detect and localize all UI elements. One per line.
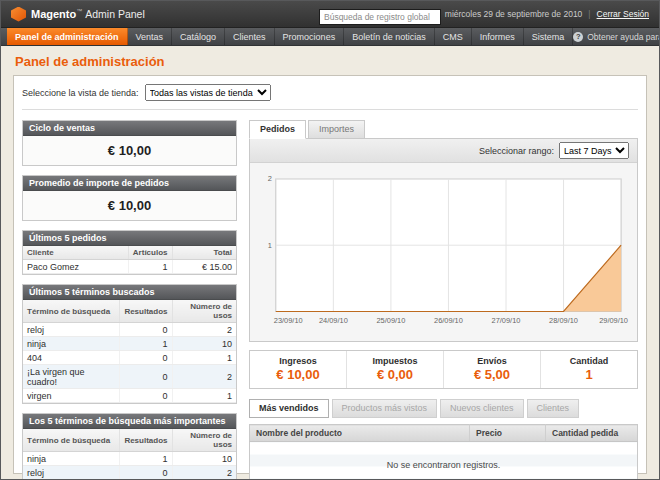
global-search-input[interactable] [319,9,441,25]
top-header: Magento™Admin Panel Accedió como aparo |… [1,1,659,28]
table-header-cell: Nombre del producto [250,425,470,442]
table-cell: 2 [172,365,236,389]
totals-bar: Ingresos € 10,00 Impuestos € 0,00 Envíos… [249,350,638,389]
total-cantidad: Cantidad 1 [540,351,637,388]
average-orders-panel: Promedio de importe de pedidos € 10,00 [22,175,237,221]
table-row[interactable]: reloj02 [23,323,236,337]
svg-text:1: 1 [268,241,272,250]
nav-item-catalogo[interactable]: Catálogo [172,28,225,45]
table-cell: Paco Gomez [23,260,128,274]
table-cell: reloj [23,323,120,337]
panel-title: Ciclo de ventas [23,121,236,136]
tab-productos-mas-vistos[interactable]: Productos más vistos [332,399,438,418]
total-value: € 0,00 [349,367,441,382]
admin-panel-label: Admin Panel [85,8,145,20]
table-row[interactable]: Paco Gomez1€ 15.00 [23,260,236,274]
table-cell: € 15.00 [172,260,236,274]
magento-logo-text: Magento™Admin Panel [31,8,145,20]
nav-item-clientes[interactable]: Clientes [225,28,275,45]
current-date: miércoles 29 de septiembre de 2010 [445,9,583,19]
tab-nuevos-clientes[interactable]: Nuevos clientes [440,399,524,418]
magento-admin-window: Magento™Admin Panel Accedió como aparo |… [0,0,660,480]
top-search-terms-panel: Los 5 términos de búsqueda más important… [22,413,237,480]
empty-row: No se encontraron registros. [250,442,638,480]
total-ingresos: Ingresos € 10,00 [250,351,346,388]
store-view-switcher: Seleccione la vista de tienda: Todas las… [22,84,638,110]
table-cell: ¡La virgen que cuadro! [23,365,120,389]
table-cell: 1 [172,351,236,365]
table-cell: 1 [120,452,172,466]
tab-importes[interactable]: Importes [308,120,365,139]
svg-text:29/09/10: 29/09/10 [599,316,628,325]
trademark-mark: ™ [76,8,82,14]
products-grid-body: No se encontraron registros. [250,442,638,480]
tab-pedidos[interactable]: Pedidos [249,120,306,139]
nav-item-promociones[interactable]: Promociones [275,28,345,45]
table-header-cell: Número de usos [172,300,236,323]
store-view-select[interactable]: Todas las vistas de tienda [145,84,271,101]
svg-text:28/09/10: 28/09/10 [549,316,578,325]
total-value: 1 [543,367,635,382]
table-cell: 0 [120,466,172,480]
table-cell: 1 [172,389,236,403]
tab-clientes[interactable]: Clientes [527,399,580,418]
last-orders-panel: Últimos 5 pedidos ClienteArtículosTotal … [22,230,237,275]
svg-text:2: 2 [268,174,272,183]
chart-area: 1223/09/1024/09/1025/09/1026/09/1027/09/… [250,163,637,341]
nav-item-dashboard[interactable]: Panel de administración [7,28,128,45]
nav-item-cms[interactable]: CMS [435,28,472,45]
nav-item-sistema[interactable]: Sistema [524,28,574,45]
svg-text:26/09/10: 26/09/10 [434,316,463,325]
separator: | [588,9,590,19]
help-label: Obtener ayuda para esta página [587,32,660,42]
tab-mas-vendidos[interactable]: Más vendidos [249,399,329,418]
table-cell: 10 [172,452,236,466]
table-cell: 10 [172,337,236,351]
panel-title: Promedio de importe de pedidos [23,176,236,191]
table-cell: 0 [120,323,172,337]
top-search-terms-body: ninja110reloj02¡La virgen que cuadro!024… [23,452,236,480]
table-row[interactable]: 40401 [23,351,236,365]
total-impuestos: Impuestos € 0,00 [346,351,443,388]
lifetime-sales-panel: Ciclo de ventas € 10,00 [22,120,237,166]
magento-logo: Magento™Admin Panel [11,7,145,22]
panel-title: Los 5 términos de búsqueda más important… [23,414,236,429]
svg-text:25/09/10: 25/09/10 [376,316,405,325]
total-label: Envíos [446,356,538,366]
table-cell: virgen [23,389,120,403]
table-cell: 0 [120,389,172,403]
dashboard-columns: Ciclo de ventas € 10,00 Promedio de impo… [22,110,638,480]
table-row[interactable]: virgen01 [23,389,236,403]
table-row[interactable]: ¡La virgen que cuadro!02 [23,365,236,389]
nav-item-informes[interactable]: Informes [472,28,524,45]
total-label: Ingresos [252,356,344,366]
orders-chart-card: Seleccionar rango: Last 7 Days 1223/09/1… [249,138,638,342]
table-header-cell: Término de búsqueda [23,429,120,452]
table-cell: ninja [23,337,120,351]
table-header-cell: Número de usos [172,429,236,452]
range-label: Seleccionar rango: [479,146,554,156]
table-row[interactable]: reloj02 [23,466,236,480]
orders-chart: 1223/09/1024/09/1025/09/1026/09/1027/09/… [258,171,629,333]
help-icon: ? [573,32,583,42]
table-header-cell: Resultados [120,300,172,323]
grid-tabs: Más vendidos Productos más vistos Nuevos… [249,399,638,418]
last-search-terms-table: Término de búsquedaResultadosNúmero de u… [23,300,236,403]
table-cell: reloj [23,466,120,480]
table-header-cell: Precio [470,425,546,442]
nav-item-boletin[interactable]: Boletín de noticias [344,28,435,45]
range-bar: Seleccionar rango: Last 7 Days [250,139,637,163]
range-select[interactable]: Last 7 Days [559,142,629,159]
total-label: Cantidad [543,356,635,366]
svg-text:24/09/10: 24/09/10 [319,316,348,325]
table-row[interactable]: ninja110 [23,452,236,466]
table-header-row: Término de búsquedaResultadosNúmero de u… [23,300,236,323]
grid-header-row: Nombre del productoPrecioCantidad pedida [250,425,638,442]
store-view-label: Seleccione la vista de tienda: [22,88,139,98]
dashboard-content: Seleccione la vista de tienda: Todas las… [13,75,647,474]
table-header-cell: Cliente [23,246,128,260]
help-link[interactable]: ? Obtener ayuda para esta página [573,28,660,45]
table-row[interactable]: ninja110 [23,337,236,351]
logout-link[interactable]: Cerrar Sesión [597,9,649,19]
nav-item-ventas[interactable]: Ventas [128,28,173,45]
